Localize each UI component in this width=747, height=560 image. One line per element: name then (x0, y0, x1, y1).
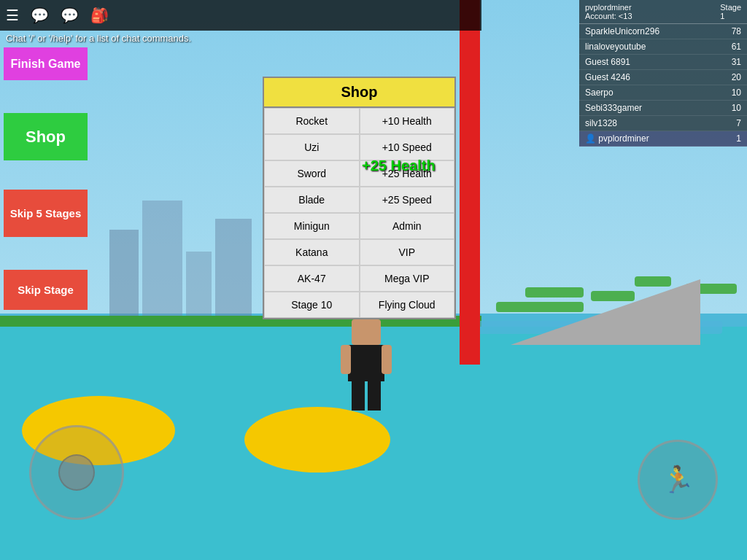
building-2 (142, 201, 182, 324)
jump-button[interactable]: 🏃 (638, 440, 718, 520)
char-head (352, 319, 381, 345)
bag-icon[interactable]: 🎒 (90, 7, 109, 24)
shop-item[interactable]: +25 Speed (360, 187, 455, 213)
lb-player-score: 31 (719, 57, 741, 67)
bg-platform-5 (635, 276, 671, 287)
red-bar (460, 0, 480, 365)
char-leg-left (352, 381, 365, 411)
leaderboard: pvplordminer Account: <13 Stage 1 Sparkl… (579, 0, 747, 147)
leaderboard-row: 👤 pvplordminer1 (579, 131, 747, 147)
shop-item[interactable]: Minigun (264, 213, 360, 239)
leaderboard-row: Saerpo10 (579, 85, 747, 101)
leaderboard-row: Sebi333gamer10 (579, 101, 747, 116)
bg-platform-2 (496, 302, 584, 312)
lb-player-score: 1 (719, 133, 741, 144)
health-popup: +25 Health (362, 158, 436, 174)
building-3 (186, 252, 212, 324)
char-leg-right (368, 381, 381, 411)
lb-player-name: 👤 pvplordminer (585, 133, 719, 144)
char-body (348, 345, 384, 381)
char-arm-left (341, 345, 351, 374)
shop-item[interactable]: Stage 10 (264, 292, 360, 318)
lb-player-name: Sebi333gamer (585, 103, 719, 113)
lb-player-score: 78 (719, 26, 741, 36)
lb-player-score: 7 (719, 118, 741, 128)
leaderboard-row: linaloveyoutube61 (579, 39, 747, 55)
leaderboard-header: pvplordminer Account: <13 Stage 1 (579, 0, 747, 24)
lb-stage: Stage 1 (720, 3, 741, 20)
shop-item[interactable]: AK-47 (264, 265, 360, 292)
shop-item[interactable]: Uzi (264, 134, 360, 160)
lb-player-name: linaloveyoutube (585, 42, 719, 52)
shop-item[interactable]: Flying Cloud (360, 292, 455, 318)
shop-grid: Rocket+10 HealthUzi+10 SpeedSword+25 Hea… (264, 108, 454, 318)
player-character (337, 319, 395, 421)
lb-player-name: silv1328 (585, 118, 719, 128)
skip-stage-button[interactable]: Skip Stage (4, 270, 88, 310)
leaderboard-row: silv13287 (579, 116, 747, 131)
shop-item[interactable]: Katana (264, 239, 360, 265)
lb-rows: SparkleUnicorn29678linaloveyoutube61Gues… (579, 24, 747, 147)
bg-platform-3 (525, 287, 584, 298)
skip5-stages-button[interactable]: Skip 5 Stages (4, 190, 88, 237)
top-bar: ☰ 💬 💬 🎒 (0, 0, 481, 31)
shop-item[interactable]: +10 Health (360, 108, 455, 134)
shop-modal: Shop Rocket+10 HealthUzi+10 SpeedSword+2… (263, 77, 456, 319)
finish-game-button[interactable]: Finish Game (4, 47, 88, 80)
chat-icon[interactable]: 💬 (31, 7, 49, 24)
lb-player-score: 61 (719, 42, 741, 52)
menu-icon[interactable]: ☰ (6, 7, 19, 24)
bg-platform-4 (591, 291, 635, 301)
shop-item[interactable]: Rocket (264, 108, 360, 134)
lb-player-name: SparkleUnicorn296 (585, 26, 719, 36)
lb-player-score: 20 (719, 72, 741, 82)
shop-item[interactable]: +10 Speed (360, 134, 455, 160)
shop-title: Shop (264, 78, 454, 108)
joystick-nub (58, 454, 95, 491)
char-arm-right (382, 345, 392, 374)
leaderboard-row: Guest 424620 (579, 70, 747, 85)
lb-player-name: Saerpo (585, 88, 719, 98)
lb-username: pvplordminer Account: <13 (585, 3, 632, 20)
char-legs (337, 381, 395, 411)
chat-hint: Chat '/' or '/help' for a list of chat c… (6, 33, 191, 44)
lb-player-score: 10 (719, 88, 741, 98)
lb-player-name: Guest 4246 (585, 72, 719, 82)
joystick-left[interactable] (29, 425, 124, 520)
emote-icon[interactable]: 💬 (61, 7, 79, 24)
lb-player-name: Guest 6891 (585, 57, 719, 67)
shop-item[interactable]: Sword (264, 160, 360, 187)
building-1 (109, 230, 139, 324)
building-4 (215, 219, 252, 324)
shop-item[interactable]: Admin (360, 213, 455, 239)
leaderboard-row: SparkleUnicorn29678 (579, 24, 747, 39)
leaderboard-row: Guest 689131 (579, 55, 747, 70)
shop-item[interactable]: Mega VIP (360, 265, 455, 292)
shop-item[interactable]: Blade (264, 187, 360, 213)
shop-item[interactable]: VIP (360, 239, 455, 265)
lb-player-score: 10 (719, 103, 741, 113)
jump-icon: 🏃 (662, 464, 694, 495)
shop-button[interactable]: Shop (4, 113, 88, 160)
